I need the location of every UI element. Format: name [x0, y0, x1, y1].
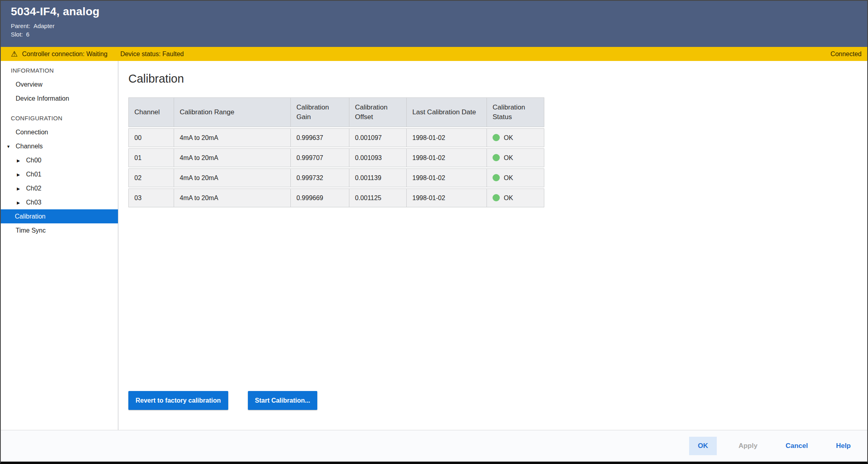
apply-button[interactable]: Apply [732, 437, 764, 455]
sidebar-item-calibration[interactable]: Calibration [1, 209, 118, 223]
status-ok-icon [493, 134, 500, 141]
cell-gain: 0.999669 [290, 188, 349, 207]
cell-date: 1998-01-02 [406, 128, 487, 147]
table-row: 034mA to 20mA0.9996690.0011251998-01-02O… [128, 188, 544, 207]
column-header: Last Calibration Date [406, 97, 487, 127]
status-ok-icon [493, 194, 500, 201]
cancel-button[interactable]: Cancel [779, 437, 814, 455]
cell-offset: 0.001097 [349, 128, 406, 147]
slot-line: Slot:6 [11, 30, 858, 38]
sidebar-item-device-information[interactable]: Device Information [1, 91, 118, 105]
cell-channel: 03 [128, 188, 174, 207]
device-title: 5034-IF4, analog [11, 5, 858, 18]
status-ok-icon [493, 174, 500, 181]
cell-date: 1998-01-02 [406, 148, 487, 167]
cell-gain: 0.999707 [290, 148, 349, 167]
table-row: 024mA to 20mA0.9997320.0011391998-01-02O… [128, 168, 544, 187]
column-header: Calibration Status [487, 97, 544, 127]
cell-offset: 0.001093 [349, 148, 406, 167]
sidebar-item-time-sync[interactable]: Time Sync [1, 223, 118, 237]
chevron-right-icon[interactable]: ▶ [17, 168, 22, 182]
cell-channel: 00 [128, 128, 174, 147]
cell-date: 1998-01-02 [406, 168, 487, 187]
cell-range: 4mA to 20mA [174, 128, 290, 147]
slot-value: 6 [26, 31, 29, 38]
chevron-right-icon[interactable]: ▶ [17, 154, 22, 168]
sidebar-item-ch03[interactable]: ▶Ch03 [1, 195, 118, 209]
sidebar-nav: INFORMATION Overview Device Information … [1, 61, 118, 430]
sidebar-item-ch00-label[interactable]: Ch00 [26, 157, 41, 164]
cell-status: OK [487, 128, 544, 147]
column-header: Channel [128, 97, 174, 127]
cell-range: 4mA to 20mA [174, 188, 290, 207]
table-row: 004mA to 20mA0.9996370.0010971998-01-02O… [128, 128, 544, 147]
table-row: 014mA to 20mA0.9997070.0010931998-01-02O… [128, 148, 544, 167]
cell-channel: 02 [128, 168, 174, 187]
table-body: 004mA to 20mA0.9996370.0010971998-01-02O… [128, 128, 544, 207]
sidebar-item-channels[interactable]: ▼Channels [1, 139, 118, 153]
status-text: OK [504, 154, 513, 161]
sidebar-item-ch01[interactable]: ▶Ch01 [1, 167, 118, 181]
controller-connection-status: Controller connection: Waiting [22, 51, 107, 58]
parent-line: Parent:Adapter [11, 22, 858, 30]
start-calibration-button[interactable]: Start Calibration... [248, 391, 318, 410]
column-header: Calibration Gain [290, 97, 349, 127]
revert-to-factory-calibration-button[interactable]: Revert to factory calibration [128, 391, 228, 410]
chevron-down-icon[interactable]: ▼ [6, 140, 12, 154]
cell-status: OK [487, 168, 544, 187]
column-header: Calibration Range [174, 97, 290, 127]
cell-status: OK [487, 188, 544, 207]
sidebar-item-ch01-label[interactable]: Ch01 [26, 171, 41, 178]
cell-channel: 01 [128, 148, 174, 167]
cell-offset: 0.001139 [349, 168, 406, 187]
slot-label: Slot: [11, 31, 23, 38]
column-header: Calibration Offset [349, 97, 406, 127]
cell-gain: 0.999732 [290, 168, 349, 187]
sidebar-section-information: INFORMATION [1, 63, 118, 77]
cell-range: 4mA to 20mA [174, 168, 290, 187]
sidebar-item-connection[interactable]: Connection [1, 125, 118, 139]
calibration-table: ChannelCalibration RangeCalibration Gain… [128, 96, 544, 209]
page-title: Calibration [128, 72, 855, 85]
cell-date: 1998-01-02 [406, 188, 487, 207]
sidebar-item-ch00[interactable]: ▶Ch00 [1, 153, 118, 167]
status-text: OK [504, 195, 513, 201]
status-alert-bar: ⚠ Controller connection: Waiting Device … [1, 47, 867, 61]
titlebar: 5034-IF4, analog Parent:Adapter Slot:6 [1, 1, 867, 47]
status-text: OK [504, 174, 513, 181]
device-properties-window: 5034-IF4, analog Parent:Adapter Slot:6 ⚠… [0, 0, 868, 464]
ok-button[interactable]: OK [689, 437, 717, 455]
cell-offset: 0.001125 [349, 188, 406, 207]
cell-gain: 0.999637 [290, 128, 349, 147]
help-button[interactable]: Help [829, 437, 857, 455]
sidebar-item-overview[interactable]: Overview [1, 77, 118, 91]
status-text: OK [504, 134, 513, 141]
chevron-right-icon[interactable]: ▶ [17, 182, 22, 196]
warning-icon: ⚠ [11, 50, 18, 58]
table-header-row: ChannelCalibration RangeCalibration Gain… [128, 97, 544, 127]
connection-state: Connected [831, 51, 862, 58]
main-content: Calibration ChannelCalibration RangeCali… [118, 61, 867, 430]
calibration-actions: Revert to factory calibration Start Cali… [128, 391, 855, 410]
status-ok-icon [493, 154, 500, 161]
sidebar-section-configuration: CONFIGURATION [1, 111, 118, 125]
sidebar-item-ch02-label[interactable]: Ch02 [26, 185, 41, 192]
parent-value: Adapter [33, 22, 55, 29]
device-status: Device status: Faulted [120, 51, 184, 58]
cell-range: 4mA to 20mA [174, 148, 290, 167]
footer-bar: OK Apply Cancel Help [1, 430, 867, 462]
cell-status: OK [487, 148, 544, 167]
sidebar-item-channels-label[interactable]: Channels [16, 143, 43, 150]
sidebar-item-ch03-label[interactable]: Ch03 [26, 199, 41, 206]
parent-label: Parent: [11, 22, 30, 29]
chevron-right-icon[interactable]: ▶ [17, 196, 22, 210]
body: INFORMATION Overview Device Information … [1, 61, 867, 430]
sidebar-item-ch02[interactable]: ▶Ch02 [1, 181, 118, 195]
